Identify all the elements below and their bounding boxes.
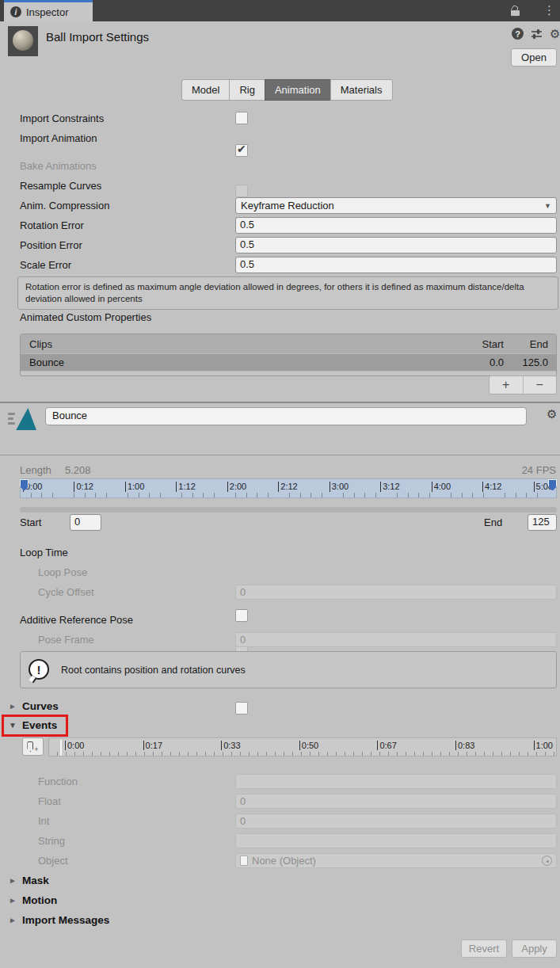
warning-icon: ! [29,659,50,680]
events-timeline-ruler[interactable]: 0:00 0:17 0:33 0:50 0:67 0:83 1:00 [48,737,557,756]
ruler-tick: 0:00 [65,741,84,756]
inspector-tab[interactable]: i Inspector [4,0,93,21]
clips-table: Clips Start End Bounce 0.0 125.0 [20,333,557,376]
object-picker-icon[interactable] [542,856,552,866]
function-label: Function [38,776,78,787]
anim-compression-dropdown[interactable]: Keyframe Reduction ▼ [235,197,557,214]
page-title: Ball Import Settings [46,30,149,44]
clip-timeline-ruler[interactable]: 0:00 0:12 1:00 1:12 2:00 2:12 3:00 3:12 … [20,478,557,498]
ruler-tick: 4:00 [432,482,451,497]
import-constraints-label: Import Constraints [20,112,104,124]
revert-button[interactable]: Revert [461,939,507,958]
ruler-tick: 4:12 [482,482,501,497]
clips-header-start: Start [456,338,504,350]
tab-materials[interactable]: Materials [330,79,393,101]
remove-clip-button[interactable]: − [524,376,557,394]
float-input: 0 [235,794,557,809]
import-constraints-checkbox[interactable] [235,112,248,124]
rotation-error-input[interactable]: 0.5 [235,217,557,234]
resample-curves-label: Resample Curves [20,180,101,192]
unlock-icon[interactable] [511,6,521,16]
pose-frame-label: Pose Frame [38,634,94,646]
add-event-button[interactable]: + [22,737,44,756]
clip-gear-icon[interactable]: ⚙ [547,408,557,420]
kebab-menu-icon[interactable]: ⋮ [543,3,555,17]
info-icon: i [10,6,21,17]
ruler-tick: 0:12 [74,482,93,497]
foldout-motion[interactable]: ► Motion [9,894,57,906]
rotation-error-label: Rotation Error [20,219,84,231]
ruler-tick: 2:12 [278,482,297,497]
foldout-collapsed-icon: ► [9,702,17,711]
int-input: 0 [235,814,557,829]
position-error-label: Position Error [20,239,82,251]
end-input[interactable]: 125 [528,514,557,531]
tab-animation[interactable]: Animation [265,79,330,101]
ruler-tick: 3:12 [380,482,399,497]
string-input [235,833,557,848]
add-clip-button[interactable]: + [490,376,524,394]
clip-row-start: 0.0 [456,356,504,368]
clip-row-name: Bounce [21,356,456,368]
plus-icon: + [34,745,38,753]
check-icon: ✔ [237,143,246,155]
ruler-tick: 1:00 [125,482,144,497]
curves-label: Curves [22,700,59,712]
float-label: Float [38,795,61,807]
anim-compression-value: Keyframe Reduction [241,200,334,212]
clip-add-remove-group: + − [489,375,557,394]
clip-name-input[interactable]: Bounce [45,407,527,425]
function-input [235,774,557,789]
ruler-tick: 0:50 [299,741,318,756]
fps-value: 24 FPS [522,464,556,476]
scale-error-input[interactable]: 0.5 [235,257,557,273]
open-button[interactable]: Open [511,48,557,67]
ruler-tick: 2:00 [227,482,246,497]
cycle-offset-input: 0 [235,585,557,600]
import-animation-checkbox[interactable]: ✔ [235,144,248,157]
gear-icon[interactable]: ⚙ [550,28,560,40]
loop-time-checkbox[interactable] [235,609,248,622]
length-value: 5.208 [65,464,91,476]
ruler-tick: 0:67 [377,741,396,756]
animation-clip-icon [8,407,36,431]
apply-button[interactable]: Apply [512,939,557,958]
motion-label: Motion [22,894,57,906]
anim-compression-label: Anim. Compression [20,200,109,212]
help-icon[interactable]: ? [512,28,524,40]
start-input[interactable]: 0 [70,514,101,531]
clips-table-header: Clips Start End [21,334,556,353]
loop-time-label: Loop Time [20,547,68,558]
tab-model[interactable]: Model [181,79,229,101]
length-label: Length [20,464,51,476]
foldout-curves[interactable]: ► Curves [9,700,59,712]
table-row[interactable]: Bounce 0.0 125.0 [21,353,556,372]
ruler-tick: 3:00 [330,482,349,497]
start-label: Start [20,516,41,528]
ruler-tick: 0:83 [455,741,474,756]
foldout-import-messages[interactable]: ► Import Messages [9,914,109,926]
inspector-tab-label: Inspector [26,6,68,18]
string-label: String [38,835,65,847]
foldout-mask[interactable]: ► Mask [9,875,49,886]
foldout-collapsed-icon: ► [9,876,17,885]
timeline-scrollbar[interactable] [20,507,557,513]
ruler-tick: 0:17 [143,741,162,756]
clip-row-end: 125.0 [504,356,556,368]
events-highlight-box [2,715,68,737]
position-error-input[interactable]: 0.5 [235,237,557,253]
object-label: Object [38,855,68,867]
bake-animations-label: Bake Animations [20,160,97,172]
tab-rig[interactable]: Rig [229,79,265,101]
additive-reference-pose-checkbox[interactable] [235,702,248,715]
mask-label: Mask [22,875,49,886]
compression-help-box: Rotation error is defined as maximum ang… [17,276,558,310]
object-field: None (Object) [235,853,557,868]
clips-header-end: End [504,338,556,350]
presets-icon[interactable] [531,29,543,40]
loop-pose-label: Loop Pose [38,566,87,578]
pose-frame-input: 0 [235,632,557,647]
event-playhead [60,740,62,756]
additive-reference-pose-label: Additive Reference Pose [20,614,133,626]
event-marker-icon [27,741,33,752]
